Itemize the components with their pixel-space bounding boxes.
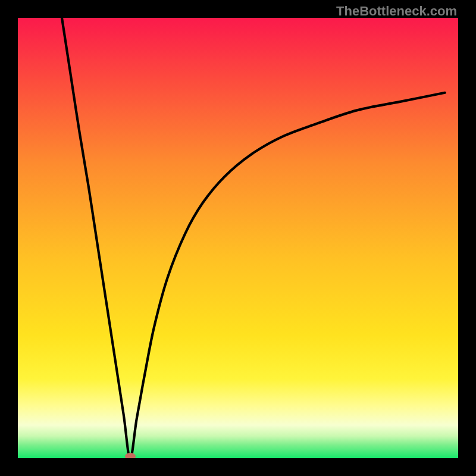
bottleneck-curve [18,18,458,458]
chart-frame [18,18,458,458]
minimum-marker [125,453,136,458]
watermark-text: TheBottleneck.com [336,4,457,19]
plot-area [18,18,458,458]
